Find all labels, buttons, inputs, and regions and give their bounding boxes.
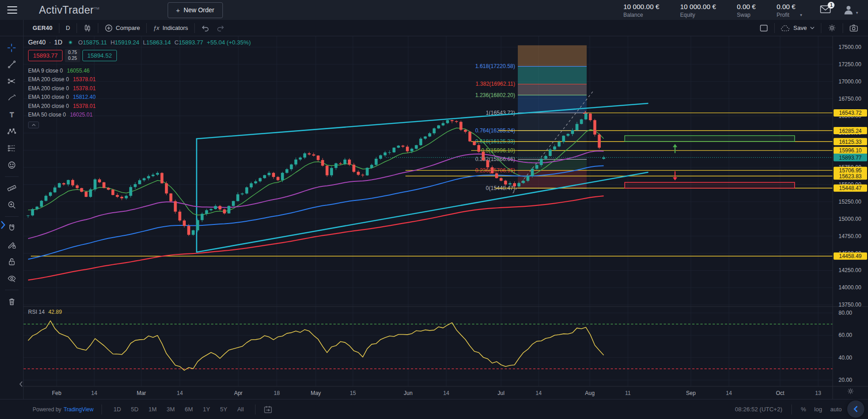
pane-collapse-button[interactable] xyxy=(19,381,23,389)
indicator-row[interactable]: EMA 200 close 015378.01 xyxy=(28,75,251,84)
time-axis-label: Sep xyxy=(686,390,696,396)
candle-body xyxy=(500,178,503,181)
compare-plus-icon xyxy=(105,24,113,32)
candle-body xyxy=(192,230,195,235)
chart-area: 1.618(17220.58)1.382(16962.11)1.236(1680… xyxy=(24,36,868,399)
range-button-1m[interactable]: 1M xyxy=(145,404,160,414)
menu-icon[interactable] xyxy=(7,6,17,14)
indicator-row[interactable]: EMA 9 close 016055.46 xyxy=(28,66,251,75)
time-axis-settings-button[interactable] xyxy=(847,387,854,397)
gear-icon xyxy=(847,387,854,395)
tradingview-link[interactable]: TradingView xyxy=(63,406,93,413)
indicator-row[interactable]: EMA 50 close 016025.01 xyxy=(28,111,251,120)
range-button-1y[interactable]: 1Y xyxy=(200,404,213,414)
candle-body xyxy=(285,169,289,173)
swap-value: 0.00 € xyxy=(737,3,756,10)
app-logo: ActivTraderTM xyxy=(39,4,100,16)
candle-body xyxy=(366,168,369,175)
emoji-tool[interactable] xyxy=(4,157,20,173)
price-axis-label: 14750.00 xyxy=(839,233,861,239)
goto-date-button[interactable] xyxy=(264,405,272,414)
save-button[interactable]: Save xyxy=(775,20,821,36)
buy-button[interactable]: 15894.52 xyxy=(82,50,117,61)
indicators-button[interactable]: ƒx Indicators xyxy=(147,20,194,36)
undo-button[interactable] xyxy=(195,20,216,36)
price-badge-label: 14458.49 xyxy=(839,253,862,259)
candle-body xyxy=(553,146,556,150)
redo-button[interactable] xyxy=(216,20,231,36)
symbol-button[interactable]: GER40 xyxy=(24,20,59,36)
candle-body xyxy=(236,195,240,201)
balance-stat: 10 000.00 € Balance xyxy=(623,3,659,18)
log-scale-toggle[interactable]: log xyxy=(814,406,822,413)
legend-title-row[interactable]: Ger40 · 1D O15875.11 H15919.24 L15863.14… xyxy=(28,39,251,46)
gann-fib-tool[interactable] xyxy=(4,73,20,89)
percent-scale-toggle[interactable]: % xyxy=(801,406,806,413)
layout-button[interactable] xyxy=(753,20,774,36)
hide-drawings-tool[interactable] xyxy=(4,271,20,286)
chart-style-button[interactable] xyxy=(77,20,98,36)
brush-tool[interactable] xyxy=(4,90,20,106)
candle-body xyxy=(268,173,271,175)
rsi-axis-label: 20.00 xyxy=(839,377,852,383)
ohlc-values: O15875.11 H15919.24 L15863.14 C15893.77 … xyxy=(78,39,251,46)
price-axis-label: 17000.00 xyxy=(839,78,861,85)
balance-value: 10 000.00 € xyxy=(623,3,659,10)
support-chat-button[interactable] xyxy=(847,400,864,418)
chart-footer: Powered by TradingView 1D5D1M3M6M1Y5YAll… xyxy=(0,399,868,419)
forecast-tool[interactable] xyxy=(4,141,20,156)
auto-scale-toggle[interactable]: auto xyxy=(830,406,842,413)
indicator-row[interactable]: EMA 200 close 015378.01 xyxy=(28,84,251,93)
chart-settings-button[interactable] xyxy=(821,20,843,36)
time-axis-label: 14 xyxy=(443,390,449,396)
session-clock[interactable]: 08:26:52 (UTC+2) xyxy=(735,406,782,413)
trendline-tool[interactable] xyxy=(4,57,20,72)
candle-body xyxy=(526,176,530,181)
range-button-3m[interactable]: 3M xyxy=(164,404,178,414)
sell-button[interactable]: 15893.77 xyxy=(28,50,63,61)
candle-body xyxy=(388,152,391,153)
range-button-all[interactable]: All xyxy=(234,404,247,414)
equity-value: 10 000.00 € xyxy=(680,3,716,10)
fib-zone xyxy=(518,84,587,95)
brush-icon xyxy=(7,93,16,102)
crosshair-tool[interactable] xyxy=(4,40,20,55)
divider xyxy=(5,290,19,290)
indicator-row[interactable]: EMA 100 close 015812.40 xyxy=(28,93,251,102)
account-menu-button[interactable]: ▾ xyxy=(843,4,858,16)
profit-stat[interactable]: 0.00 € Profit ▾ xyxy=(776,3,802,18)
range-button-5d[interactable]: 5D xyxy=(128,404,142,414)
candle-body xyxy=(183,220,186,226)
indicator-row[interactable]: EMA 200 close 015378.01 xyxy=(28,102,251,111)
new-order-button[interactable]: + New Order xyxy=(168,2,223,18)
legend-collapse-button[interactable] xyxy=(28,122,39,128)
range-button-6m[interactable]: 6M xyxy=(182,404,196,414)
candle-body xyxy=(375,159,378,165)
screenshot-button[interactable] xyxy=(843,20,864,36)
close-value: 15893.77 xyxy=(178,39,203,46)
rsi-legend[interactable]: RSI 14 42.89 xyxy=(28,309,62,315)
candle-body xyxy=(121,197,124,198)
pattern-tool[interactable] xyxy=(4,124,20,139)
zoom-in-tool[interactable] xyxy=(4,197,20,213)
lock-all-tool[interactable] xyxy=(4,254,20,269)
compare-button[interactable]: Compare xyxy=(98,20,146,36)
interval-button[interactable]: D xyxy=(59,20,76,36)
range-button-1d[interactable]: 1D xyxy=(110,404,124,414)
candle-body xyxy=(334,163,338,168)
bid-ask-row: 15893.77 0.75 0.25 15894.52 xyxy=(28,49,251,62)
messages-button[interactable]: 1 xyxy=(820,5,831,15)
drawing-mode-tool[interactable] xyxy=(4,237,20,253)
measure-tool[interactable] xyxy=(4,180,20,196)
indicator-legend: EMA 9 close 016055.46EMA 200 close 01537… xyxy=(28,66,251,119)
panel-expand-button[interactable] xyxy=(0,220,6,231)
candle-body xyxy=(379,155,382,159)
candle-body xyxy=(326,166,329,175)
remove-drawings-tool[interactable] xyxy=(4,294,20,309)
range-button-5y[interactable]: 5Y xyxy=(217,404,231,414)
text-tool[interactable]: T xyxy=(4,107,20,122)
candle-body xyxy=(446,120,449,123)
app-root: ActivTraderTM + New Order 10 000.00 € Ba… xyxy=(0,0,868,419)
candle-body xyxy=(67,180,70,185)
profit-value: 0.00 € xyxy=(776,3,796,10)
